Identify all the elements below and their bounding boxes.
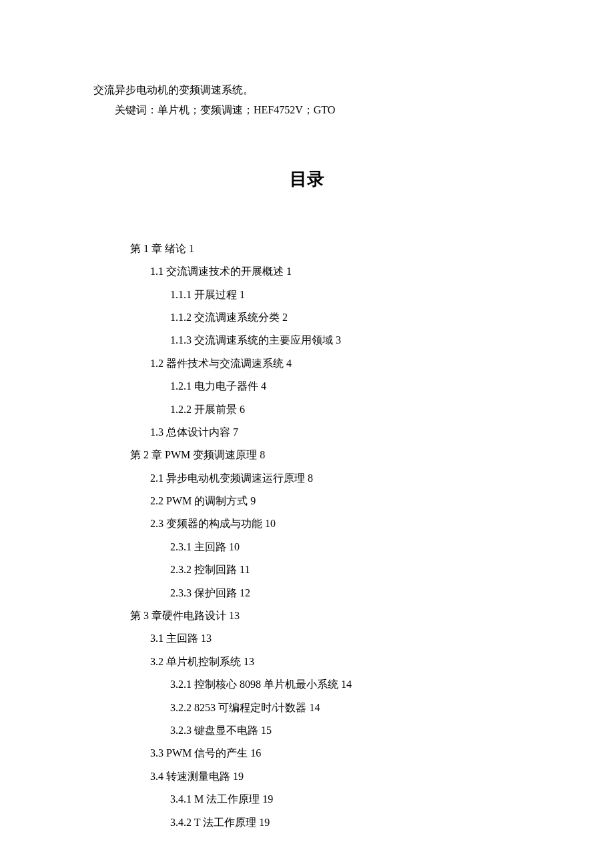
keywords-line: 关键词：单片机；变频调速；HEF4752V；GTO <box>93 100 521 120</box>
toc-entry: 3.2.3 键盘显不电路 15 <box>130 719 521 742</box>
toc-entry: 3.4 转速测量电路 19 <box>130 765 521 788</box>
toc-entry: 1.1 交流调速技术的开展概述 1 <box>130 260 521 283</box>
toc-entry: 2.3.3 保护回路 12 <box>130 582 521 604</box>
toc-entry: 2.1 异步电动机变频调速运行原理 8 <box>130 467 521 490</box>
toc-entry: 3.2.1 控制核心 8098 单片机最小系统 14 <box>130 673 521 696</box>
toc-entry: 2.2 PWM 的调制方式 9 <box>130 490 521 512</box>
toc-entry: 3.4.1 M 法工作原理 19 <box>130 788 521 811</box>
toc-entry: 1.2 器件技术与交流调速系统 4 <box>130 352 521 375</box>
toc-entry: 1.3 总体设计内容 7 <box>130 421 521 444</box>
toc-entry: 1.2.2 开展前景 6 <box>130 398 521 421</box>
toc-entry: 第 3 章硬件电路设计 13 <box>130 604 521 627</box>
toc-entry: 1.2.1 电力电子器件 4 <box>130 375 521 398</box>
toc-entry: 1.1.3 交流调速系统的主要应用领域 3 <box>130 329 521 352</box>
toc-entry: 3.2 单片机控制系统 13 <box>130 650 521 673</box>
toc-entry: 3.2.2 8253 可编程定时/计数器 14 <box>130 697 521 719</box>
toc-entry: 3.3 PWM 信号的产生 16 <box>130 742 521 765</box>
toc-entry: 2.3.1 主回路 10 <box>130 536 521 558</box>
toc-entry: 第 2 章 PWM 变频调速原理 8 <box>130 444 521 466</box>
toc-entry: 3.4.2 T 法工作原理 19 <box>130 811 521 834</box>
toc-entry: 2.3.2 控制回路 11 <box>130 558 521 581</box>
toc-entry: 1.1.1 开展过程 1 <box>130 284 521 306</box>
toc-list: 第 1 章 绪论 11.1 交流调速技术的开展概述 11.1.1 开展过程 11… <box>93 238 521 834</box>
toc-entry: 1.1.2 交流调速系统分类 2 <box>130 306 521 329</box>
toc-entry: 第 1 章 绪论 1 <box>130 238 521 260</box>
intro-text: 交流异步电动机的变频调速系统。 <box>93 80 521 100</box>
toc-title: 目录 <box>93 167 521 191</box>
toc-entry: 3.1 主回路 13 <box>130 627 521 650</box>
toc-entry: 2.3 变频器的构成与功能 10 <box>130 512 521 535</box>
